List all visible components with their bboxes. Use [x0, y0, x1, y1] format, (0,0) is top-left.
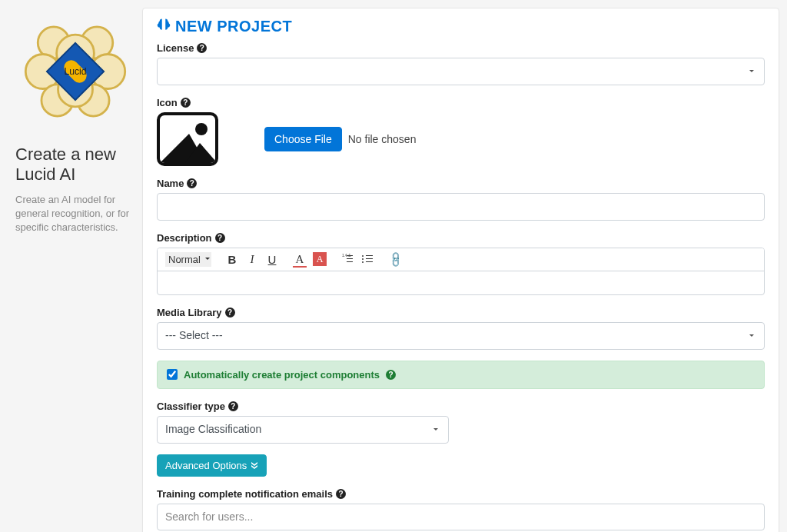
sidebar: Lucid Create a new Lucid AI Create an AI…	[8, 8, 142, 532]
ordered-list-icon[interactable]	[340, 252, 354, 266]
svg-text:Lucid: Lucid	[64, 65, 86, 76]
italic-icon[interactable]: I	[245, 252, 259, 266]
chevron-double-down-icon	[251, 460, 258, 471]
text-color-icon[interactable]: A	[293, 252, 307, 266]
name-label: Name ?	[157, 178, 197, 189]
license-select[interactable]	[157, 58, 765, 85]
file-status: No file chosen	[348, 133, 417, 145]
page-title-text: NEW PROJECT	[175, 18, 292, 35]
image-placeholder-icon	[157, 112, 218, 166]
media-group: Media Library ? --- Select ---	[157, 306, 765, 350]
help-icon[interactable]: ?	[197, 43, 207, 53]
description-group: Description ? Normal B I U A A	[157, 231, 765, 295]
license-label: License ?	[157, 42, 207, 54]
name-group: Name ?	[157, 177, 765, 221]
help-icon[interactable]: ?	[181, 98, 191, 108]
advanced-group: Advanced Options	[157, 454, 765, 477]
editor-toolbar: Normal B I U A A	[158, 248, 764, 271]
unordered-list-icon[interactable]	[360, 252, 374, 266]
auto-components-checkbox[interactable]	[167, 369, 178, 380]
icon-group: Icon ? Choose File No file chosen	[157, 96, 765, 166]
media-label: Media Library ?	[157, 307, 235, 318]
emails-input[interactable]	[157, 504, 765, 531]
help-icon[interactable]: ?	[336, 489, 346, 499]
editor-body[interactable]	[158, 271, 764, 294]
emails-group: Training complete notification emails ?	[157, 487, 765, 531]
icon-label: Icon ?	[157, 97, 191, 108]
media-select[interactable]: --- Select ---	[157, 322, 765, 350]
emails-label: Training complete notification emails ?	[157, 488, 346, 500]
highlight-color-icon[interactable]: A	[313, 252, 327, 266]
main-panel: NEW PROJECT License ? Icon ?	[142, 8, 779, 532]
link-icon[interactable]: 🔗	[385, 249, 404, 268]
auto-components-group: Automatically create project components …	[157, 361, 765, 389]
underline-icon[interactable]: U	[265, 252, 279, 266]
sidebar-title: Create a new Lucid AI	[15, 145, 131, 185]
description-label: Description ?	[157, 232, 225, 244]
help-icon[interactable]: ?	[386, 370, 396, 380]
auto-components-label: Automatically create project components	[184, 369, 380, 381]
rich-text-editor: Normal B I U A A	[157, 248, 765, 295]
brand-logo: Lucid	[15, 12, 134, 131]
help-icon[interactable]: ?	[187, 178, 197, 188]
classifier-select[interactable]: Image Classification	[157, 416, 449, 444]
choose-file-button[interactable]: Choose File	[264, 127, 342, 151]
advanced-options-button[interactable]: Advanced Options	[157, 454, 267, 477]
sidebar-subtitle: Create an AI model for general recogniti…	[15, 193, 131, 235]
classifier-label: Classifier type ?	[157, 401, 238, 412]
help-icon[interactable]: ?	[228, 401, 238, 411]
license-group: License ?	[157, 42, 765, 85]
name-input[interactable]	[157, 193, 765, 221]
bold-icon[interactable]: B	[225, 252, 239, 266]
page-title: NEW PROJECT	[157, 18, 765, 35]
help-icon[interactable]: ?	[215, 233, 225, 243]
brain-icon	[157, 18, 171, 35]
classifier-group: Classifier type ? Image Classification	[157, 400, 765, 444]
help-icon[interactable]: ?	[225, 308, 235, 318]
format-select[interactable]: Normal	[165, 252, 211, 267]
